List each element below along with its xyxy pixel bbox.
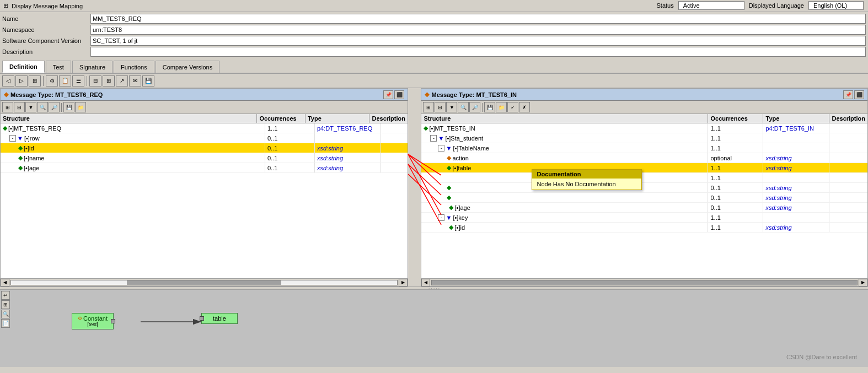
tree-row[interactable]: 1..1	[421, 173, 867, 183]
tree-row[interactable]: - ▼ [•]Sta_student 1..1	[421, 133, 867, 143]
rpt-btn-8[interactable]: ✓	[507, 102, 518, 112]
rpt-btn-5[interactable]: 🔎	[469, 102, 480, 112]
toolbar-btn-8[interactable]: ⊞	[103, 75, 115, 87]
tree-cell-desc	[829, 153, 867, 163]
right-panel-pin-btn[interactable]: 📌	[843, 90, 853, 99]
side-btn-3[interactable]: 🔍	[1, 310, 10, 318]
toolbar-btn-11[interactable]: 💾	[142, 75, 154, 87]
tree-cell-type: xsd:string	[763, 163, 829, 172]
node-icon: ▼	[446, 214, 452, 221]
left-panel-pin-btn[interactable]: 📌	[383, 90, 393, 99]
scroll-left-btn[interactable]: ◀	[1, 279, 9, 286]
lpt-btn-1[interactable]: ⊞	[2, 102, 13, 112]
tab-compare-versions[interactable]: Compare Versions	[156, 61, 220, 73]
toolbar-btn-5[interactable]: 📋	[59, 75, 71, 87]
tree-row[interactable]: ◆ action optional xsd:string	[421, 153, 867, 163]
output-node-label: table	[213, 315, 226, 322]
tree-row[interactable]: - ▼ [•]TableName 1..1	[421, 143, 867, 153]
func-connector-svg	[11, 290, 868, 367]
constant-output-port[interactable]	[111, 319, 115, 323]
tree-cell-type: xsd:string	[763, 193, 829, 202]
left-tree-header: Structure Occurrences Type Description	[1, 114, 408, 123]
tree-cell-desc	[381, 143, 408, 153]
node-icon: ◆	[447, 224, 453, 231]
tab-signature[interactable]: Signature	[72, 61, 112, 73]
node-icon: ▼	[446, 145, 452, 152]
tree-row[interactable]: ◆ 0..1 xsd:string	[421, 193, 867, 203]
toolbar-btn-2[interactable]: ▷	[15, 75, 28, 87]
displayed-language-value: English (OL)	[808, 1, 864, 10]
constant-node[interactable]: ⚙ Constant [test]	[72, 313, 114, 329]
scroll-right-btn[interactable]: ▶	[859, 279, 867, 286]
right-panel-expand-btn[interactable]: ⬛	[854, 90, 864, 99]
expand-icon[interactable]: -	[9, 135, 16, 142]
lpt-btn-4[interactable]: 🔍	[37, 102, 48, 112]
toolbar-btn-10[interactable]: ✉	[129, 75, 141, 87]
node-icon: ◆	[447, 164, 451, 171]
rpt-btn-3[interactable]: ▼	[446, 102, 457, 112]
left-panel-header: ◆ Message Type: MT_TEST6_REQ 📌 ⬛	[1, 89, 408, 101]
connector-area	[408, 88, 421, 286]
rpt-btn-9[interactable]: ✗	[519, 102, 530, 112]
tree-row[interactable]: ◆ [•]age 0..1 xsd:string	[1, 163, 408, 173]
tree-row[interactable]: ◆ [•]id 1..1 xsd:string	[421, 223, 867, 233]
watermark: CSDN @Dare to excellent	[786, 354, 857, 360]
lpt-btn-6[interactable]: 💾	[63, 102, 74, 112]
field-swcv-label: Software Component Version	[2, 37, 90, 44]
node-icon: ◆	[447, 154, 451, 161]
tree-cell-occ: 0..1	[708, 183, 763, 192]
scroll-thumb[interactable]	[432, 280, 857, 285]
lpt-btn-5[interactable]: 🔎	[49, 102, 60, 112]
tree-cell-type	[763, 213, 829, 222]
lpt-btn-3[interactable]: ▼	[25, 102, 36, 112]
tree-row-selected[interactable]: ◆ [•]table 1..1 xsd:string	[421, 163, 867, 173]
scroll-track[interactable]	[10, 280, 398, 285]
lpt-btn-2[interactable]: ⊟	[14, 102, 25, 112]
tree-cell-desc	[829, 203, 867, 212]
tab-functions[interactable]: Functions	[114, 61, 154, 73]
lpt-btn-7[interactable]: 📁	[75, 102, 86, 112]
scroll-track[interactable]	[431, 280, 858, 285]
svg-line-3	[408, 174, 441, 205]
left-panel-title: ◆ Message Type: MT_TEST6_REQ	[4, 91, 103, 98]
tree-cell-desc	[829, 173, 867, 182]
tab-definition[interactable]: Definition	[2, 61, 45, 73]
tree-row[interactable]: ◆ [•]MT_TEST6_REQ 1..1 p4:DT_TEST6_REQ	[1, 123, 408, 133]
tree-cell-desc	[381, 123, 408, 133]
rpt-btn-7[interactable]: 📁	[496, 102, 507, 112]
svg-line-2	[408, 164, 441, 195]
tree-row-selected[interactable]: ◆ [•]id 0..1 xsd:string	[1, 143, 408, 153]
tree-row[interactable]: ◆ [•]MT_TEST6_IN 1..1 p4:DT_TEST6_IN	[421, 123, 867, 133]
side-btn-1[interactable]: ↩	[1, 291, 10, 300]
tree-row[interactable]: - ▼ [•]key 1..1	[421, 213, 867, 223]
toolbar-btn-7[interactable]: ⊟	[89, 75, 101, 87]
side-btn-4[interactable]: 📄	[1, 319, 10, 328]
tree-cell-desc	[829, 163, 867, 172]
output-node[interactable]: table	[201, 313, 238, 324]
scroll-thumb[interactable]	[127, 280, 281, 285]
toolbar-btn-3[interactable]: ⊞	[29, 75, 41, 87]
left-panel-expand-btn[interactable]: ⬛	[394, 90, 404, 99]
left-scroll-bar[interactable]: ◀ ▶	[1, 278, 408, 286]
status-label: Status	[657, 2, 674, 9]
toolbar-btn-1[interactable]: ◁	[2, 75, 14, 87]
output-input-port[interactable]	[200, 316, 204, 321]
field-desc-value	[90, 47, 866, 57]
tree-row[interactable]: - ▼ [•]row 0..1	[1, 133, 408, 143]
tree-row[interactable]: ◆ 0..1 xsd:string	[421, 183, 867, 193]
rpt-btn-4[interactable]: 🔍	[458, 102, 469, 112]
info-area: Name MM_TEST6_REQ Namespace urn:TEST8 So…	[0, 12, 868, 58]
tree-row[interactable]: ◆ [•]age 0..1 xsd:string	[421, 203, 867, 213]
toolbar-btn-4[interactable]: ⚙	[46, 75, 58, 87]
app-icon: ⊞	[3, 2, 8, 9]
toolbar-btn-9[interactable]: ↗	[116, 75, 128, 87]
scroll-right-btn[interactable]: ▶	[399, 279, 408, 286]
tab-test[interactable]: Test	[46, 61, 71, 73]
tree-row[interactable]: ◆ [•]name 0..1 xsd:string	[1, 153, 408, 163]
side-btn-2[interactable]: ⊞	[1, 300, 10, 309]
constant-sublabel: [test]	[78, 322, 108, 327]
toolbar-btn-6[interactable]: ☰	[72, 75, 84, 87]
right-scroll-bar[interactable]: ◀ ▶	[421, 278, 867, 286]
field-desc-row: Description	[0, 46, 868, 57]
rpt-btn-6[interactable]: 💾	[484, 102, 495, 112]
